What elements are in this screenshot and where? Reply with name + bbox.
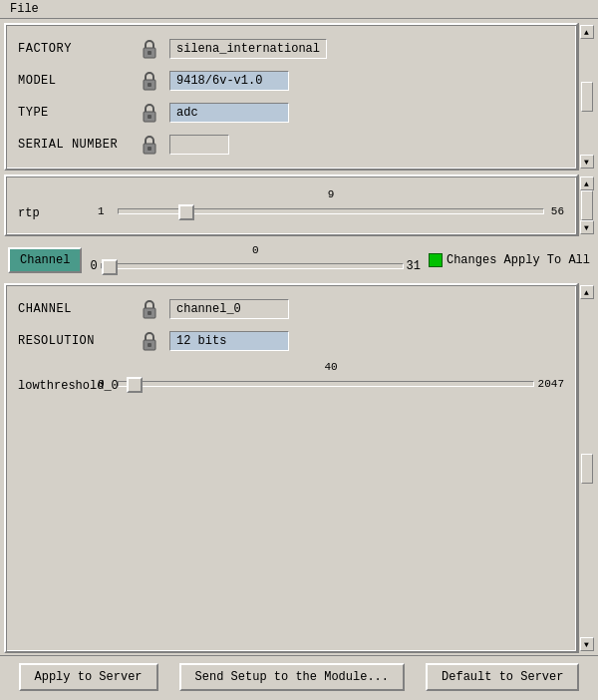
rtp-max: 56 xyxy=(548,205,564,217)
svg-rect-11 xyxy=(148,343,151,347)
menubar: File xyxy=(0,0,598,19)
rtp-label: rtp xyxy=(18,206,98,220)
panel3-scrollbar[interactable]: ▲ ▼ xyxy=(578,283,594,653)
resolution-label: RESOLUTION xyxy=(18,334,138,348)
model-value: 9418/6v-v1.0 xyxy=(169,71,289,91)
channel-label: CHANNEL xyxy=(18,302,138,316)
channel-name-value: channel_0 xyxy=(169,299,289,319)
channel-lock-icon[interactable] xyxy=(138,297,161,321)
channel-slider[interactable] xyxy=(101,257,404,275)
type-label: TYPE xyxy=(18,106,138,120)
lowthreshold-slider[interactable] xyxy=(118,375,534,393)
channel-slider-wrap: 0 0 31 xyxy=(90,244,421,275)
svg-rect-7 xyxy=(148,147,151,151)
default-server-button[interactable]: Default to Server xyxy=(426,663,579,691)
model-row: MODEL 9418/6v-v1.0 xyxy=(10,65,572,97)
serial-lock-icon[interactable] xyxy=(138,133,161,157)
factory-value: silena_international xyxy=(169,39,327,59)
lowthreshold-slider-row: lowthreshold_0 40 0 2047 xyxy=(10,357,572,399)
lowthreshold-min: 0 xyxy=(98,378,114,390)
resolution-lock-icon[interactable] xyxy=(138,329,161,353)
lowthreshold-label: lowthreshold_0 xyxy=(18,379,98,393)
scroll-up-arrow3[interactable]: ▲ xyxy=(580,285,594,299)
resolution-value: 12 bits xyxy=(169,331,289,351)
resolution-row: RESOLUTION 12 bits xyxy=(10,325,572,357)
menu-file[interactable]: File xyxy=(4,0,45,18)
serial-value xyxy=(169,135,229,155)
rtp-panel: rtp 9 1 56 xyxy=(4,175,578,236)
scroll-down-arrow3[interactable]: ▼ xyxy=(580,637,594,651)
info-panel: FACTORY silena_international MODEL xyxy=(4,23,578,171)
scroll-thumb2[interactable] xyxy=(581,190,593,220)
channel-button[interactable]: Channel xyxy=(8,247,82,273)
rtp-value: 9 xyxy=(328,188,335,200)
factory-lock-icon[interactable] xyxy=(138,37,161,61)
svg-rect-9 xyxy=(148,311,151,315)
channel-slider-value: 0 xyxy=(90,244,421,256)
type-row: TYPE adc xyxy=(10,97,572,129)
changes-label: Changes Apply To All xyxy=(447,253,590,267)
model-label: MODEL xyxy=(18,74,138,88)
panel2-scrollbar[interactable]: ▲ ▼ xyxy=(578,175,594,236)
channel-panel: CHANNEL channel_0 RESOLUTION xyxy=(4,283,578,653)
scroll-thumb3[interactable] xyxy=(581,454,593,484)
scroll-down-arrow2[interactable]: ▼ xyxy=(580,220,594,234)
svg-rect-3 xyxy=(148,83,151,87)
factory-label: FACTORY xyxy=(18,42,138,56)
svg-rect-1 xyxy=(148,51,151,55)
send-setup-button[interactable]: Send Setup to the Module... xyxy=(179,663,405,691)
apply-server-button[interactable]: Apply to Server xyxy=(19,663,158,691)
changes-indicator: Changes Apply To All xyxy=(429,253,590,267)
lowthreshold-value: 40 xyxy=(324,361,337,373)
panel1-scrollbar[interactable]: ▲ ▼ xyxy=(578,23,594,171)
scroll-down-arrow[interactable]: ▼ xyxy=(580,155,594,169)
lowthreshold-max: 2047 xyxy=(538,378,564,390)
rtp-min: 1 xyxy=(98,205,114,217)
channel-max: 31 xyxy=(407,259,421,273)
rtp-slider[interactable] xyxy=(118,202,544,220)
channel-area: Channel 0 0 31 Changes Apply To All xyxy=(4,240,594,279)
scroll-up-arrow2[interactable]: ▲ xyxy=(580,176,594,190)
type-lock-icon[interactable] xyxy=(138,101,161,125)
model-lock-icon[interactable] xyxy=(138,69,161,93)
serial-row: SERIAL NUMBER xyxy=(10,129,572,161)
scroll-up-arrow[interactable]: ▲ xyxy=(580,25,594,39)
footer: Apply to Server Send Setup to the Module… xyxy=(0,655,598,697)
svg-rect-5 xyxy=(148,115,151,119)
scroll-thumb[interactable] xyxy=(581,82,593,112)
serial-label: SERIAL NUMBER xyxy=(18,138,138,152)
type-value: adc xyxy=(169,103,289,123)
rtp-slider-row: rtp 9 1 56 xyxy=(10,184,572,226)
channel-min: 0 xyxy=(90,259,97,273)
channel-name-row: CHANNEL channel_0 xyxy=(10,293,572,325)
green-indicator xyxy=(429,253,443,267)
factory-row: FACTORY silena_international xyxy=(10,33,572,65)
